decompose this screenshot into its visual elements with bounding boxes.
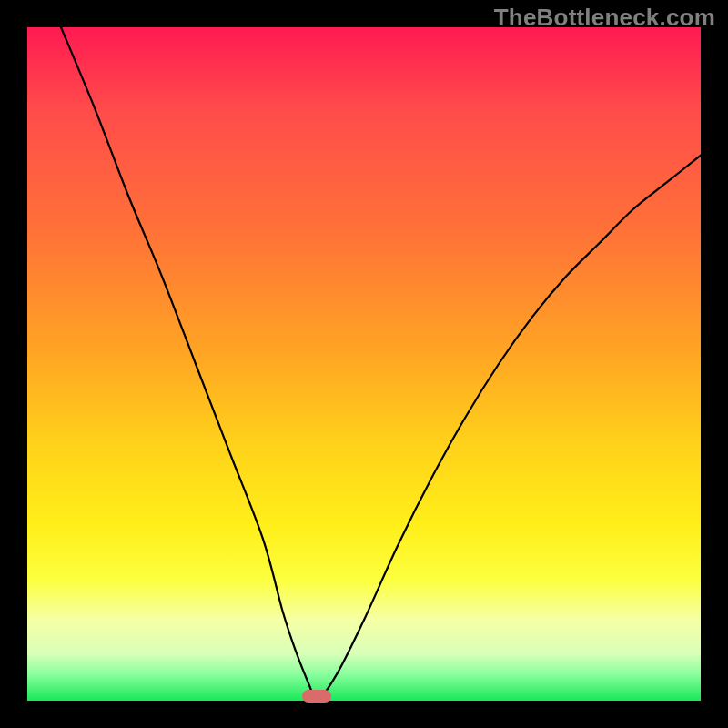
watermark-text: TheBottleneck.com <box>494 4 715 32</box>
curve-svg <box>27 27 701 701</box>
plot-area <box>27 27 701 701</box>
bottleneck-curve <box>61 27 701 701</box>
chart-frame: TheBottleneck.com <box>0 0 728 728</box>
minimum-marker <box>302 690 331 703</box>
